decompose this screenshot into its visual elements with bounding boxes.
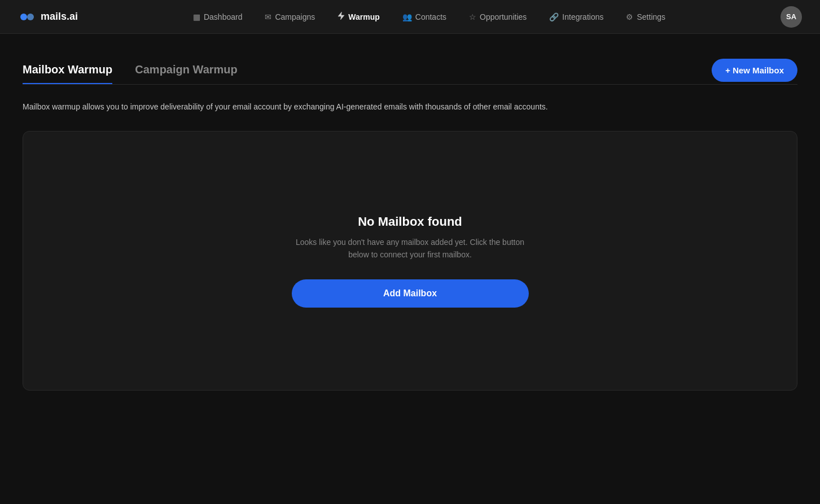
empty-subtitle: Looks like you don't have any mailbox ad… [292, 236, 529, 261]
nav-item-integrations[interactable]: 🔗 Integrations [540, 8, 612, 26]
gear-icon: ⚙ [626, 12, 633, 21]
nav-label-dashboard: Dashboard [204, 12, 243, 21]
empty-title: No Mailbox found [358, 214, 462, 229]
nav-label-opportunities: Opportunities [480, 12, 527, 21]
email-icon: ✉ [265, 12, 271, 21]
tabs-header: Mailbox Warmup Campaign Warmup + New Mai… [23, 56, 797, 84]
nav-item-opportunities[interactable]: ☆ Opportunities [460, 8, 536, 26]
logo-area: mails.ai [18, 8, 78, 26]
tab-mailbox-warmup[interactable]: Mailbox Warmup [23, 56, 112, 84]
tabs-divider [23, 84, 797, 85]
new-mailbox-button[interactable]: + New Mailbox [712, 59, 797, 82]
link-icon: 🔗 [549, 12, 559, 21]
nav-item-contacts[interactable]: 👥 Contacts [393, 8, 455, 26]
avatar[interactable]: SA [780, 6, 802, 28]
nav-label-integrations: Integrations [562, 12, 603, 21]
nav-label-campaigns: Campaigns [275, 12, 315, 21]
empty-state-card: No Mailbox found Looks like you don't ha… [23, 131, 797, 391]
contacts-icon: 👥 [402, 12, 412, 21]
nav-item-warmup[interactable]: Warmup [328, 7, 388, 27]
nav-item-settings[interactable]: ⚙ Settings [617, 8, 674, 26]
nav-label-settings: Settings [637, 12, 665, 21]
svg-point-1 [27, 14, 34, 20]
star-icon: ☆ [469, 12, 476, 21]
tabs-left: Mailbox Warmup Campaign Warmup [23, 56, 260, 84]
lightning-icon [337, 11, 345, 22]
nav-label-warmup: Warmup [348, 12, 379, 21]
logo-icon [18, 8, 36, 26]
main-content: Mailbox Warmup Campaign Warmup + New Mai… [0, 34, 820, 413]
nav-item-campaigns[interactable]: ✉ Campaigns [256, 8, 324, 26]
topbar: mails.ai ▦ Dashboard ✉ Campaigns Warmup … [0, 0, 820, 34]
main-nav: ▦ Dashboard ✉ Campaigns Warmup 👥 Contact… [78, 7, 780, 27]
grid-icon: ▦ [193, 12, 200, 21]
tab-campaign-warmup[interactable]: Campaign Warmup [135, 56, 238, 84]
tab-active-underline [23, 83, 112, 84]
nav-label-contacts: Contacts [415, 12, 446, 21]
page-description: Mailbox warmup allows you to improve del… [23, 100, 797, 113]
svg-point-0 [20, 14, 27, 20]
add-mailbox-button[interactable]: Add Mailbox [292, 279, 529, 308]
logo-text: mails.ai [41, 11, 78, 23]
nav-item-dashboard[interactable]: ▦ Dashboard [184, 8, 252, 26]
